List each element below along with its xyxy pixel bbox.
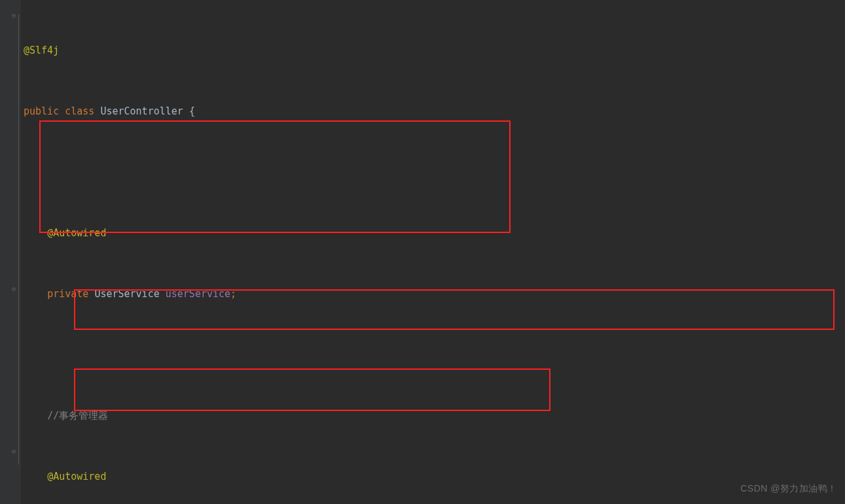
annotation: @Autowired xyxy=(47,471,106,482)
fold-icon[interactable]: ⊖ xyxy=(12,279,16,299)
watermark: CSDN @努力加油鸭！ xyxy=(740,478,837,499)
fold-icon[interactable]: ⊖ xyxy=(12,441,16,461)
annotation: @Slf4j xyxy=(24,45,59,56)
comment: //事务管理器 xyxy=(47,410,108,422)
type: UserService xyxy=(94,288,159,300)
class-name: UserController xyxy=(100,105,183,117)
fold-icon[interactable]: ⊖ xyxy=(12,5,16,26)
semicolon: ; xyxy=(230,288,236,300)
code-editor[interactable]: @Slf4j public class UserController { @Au… xyxy=(24,0,845,504)
field-name: userService xyxy=(166,288,230,300)
gutter: ⊖ ⊖ ⊖ xyxy=(0,0,21,504)
keyword-public: public xyxy=(24,105,59,117)
brace: { xyxy=(189,105,195,117)
keyword-private: private xyxy=(47,288,88,300)
keyword-class: class xyxy=(65,105,94,117)
annotation: @Autowired xyxy=(47,227,106,239)
